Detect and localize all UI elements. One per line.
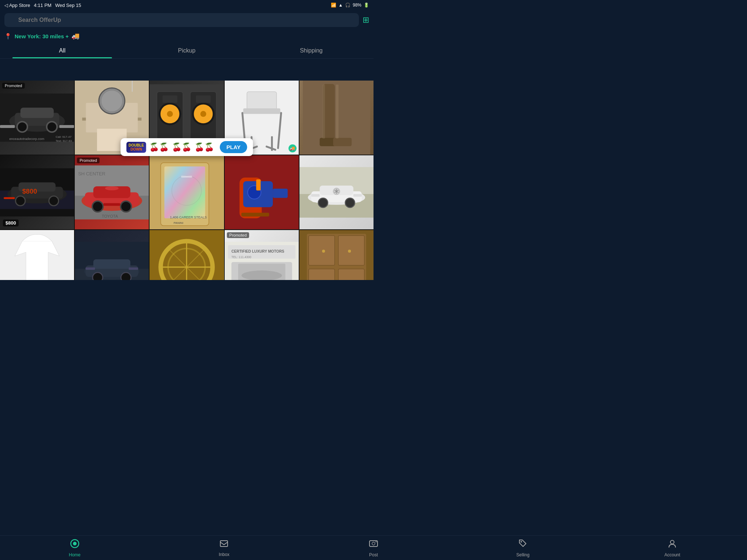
cherry-2: 🍒🍒 — [172, 143, 191, 152]
svg-rect-88 — [311, 194, 320, 197]
listing-item[interactable] — [225, 155, 299, 229]
headphones-icon: 🎧 — [345, 3, 351, 8]
svg-point-22 — [167, 111, 173, 117]
svg-rect-27 — [196, 96, 211, 103]
svg-rect-63 — [104, 203, 120, 206]
svg-rect-96 — [93, 260, 131, 269]
promoted-badge: Promoted — [77, 158, 100, 163]
battery-percent: 98% — [353, 3, 361, 8]
tab-all[interactable]: All — [0, 42, 124, 58]
ad-banner: DOUBLE DOWN 🍒🍒 🍒🍒 🍒🍒 PLAY — [121, 138, 253, 156]
svg-point-26 — [201, 111, 206, 117]
svg-point-4 — [17, 122, 27, 132]
svg-rect-3 — [20, 108, 54, 118]
listing-item[interactable] — [299, 155, 374, 229]
svg-text:TOYOTA: TOYOTA — [102, 214, 118, 218]
tab-pickup[interactable]: Pickup — [124, 42, 249, 58]
svg-rect-44 — [322, 85, 325, 139]
svg-point-61 — [92, 201, 103, 212]
listing-item[interactable] — [299, 81, 374, 155]
listings-grid: enceautotradecorp.com Call: 917-47 Text:… — [0, 81, 374, 280]
battery-icon: 🔋 — [364, 3, 369, 8]
svg-rect-120 — [338, 269, 364, 280]
svg-point-5 — [47, 122, 57, 132]
svg-text:1,406 CAREER STEALS: 1,406 CAREER STEALS — [170, 215, 207, 219]
location-pin-icon: 📍 — [4, 33, 12, 40]
listing-item[interactable]: SH CENTER TOYOTA Promoted — [75, 155, 149, 229]
svg-rect-99 — [86, 268, 95, 270]
grid-toggle-button[interactable]: ⊞ — [363, 15, 369, 25]
wifi-icon: 📶 — [331, 3, 336, 8]
svg-point-85 — [318, 198, 328, 207]
svg-rect-7 — [59, 125, 74, 128]
search-input[interactable] — [4, 13, 359, 27]
status-time: 4:11 PM — [34, 3, 51, 8]
svg-rect-32 — [243, 108, 280, 114]
svg-rect-31 — [247, 92, 276, 110]
promoted-badge: Promoted — [2, 83, 25, 89]
listing-item[interactable]: enceautotradecorp.com Call: 917-47 Text:… — [0, 81, 74, 155]
svg-point-52 — [49, 196, 58, 206]
svg-point-15 — [101, 90, 122, 111]
cherry-1: 🍒🍒 — [149, 143, 169, 152]
svg-rect-6 — [0, 125, 15, 128]
status-date: Wed Sep 15 — [55, 3, 81, 8]
svg-point-86 — [345, 198, 355, 207]
delivery-icon: 🚚 — [71, 32, 80, 40]
svg-rect-76 — [273, 189, 288, 198]
location-icon: ▲ — [338, 3, 343, 8]
svg-rect-117 — [309, 236, 334, 265]
svg-point-62 — [121, 201, 132, 212]
svg-point-64 — [105, 186, 119, 190]
svg-text:CERTIFIED LUXURY MOTORS: CERTIFIED LUXURY MOTORS — [231, 249, 284, 253]
cherry-3: 🍒🍒 — [194, 143, 214, 152]
location-bar[interactable]: 📍 New York: 30 miles + 🚚 — [0, 30, 374, 42]
price-badge: $800 — [3, 219, 19, 226]
svg-rect-78 — [241, 213, 269, 217]
shipping-badge: 🚚 — [289, 144, 297, 152]
svg-rect-119 — [309, 269, 334, 280]
svg-rect-53 — [4, 197, 15, 199]
location-text: New York: 30 miles + — [15, 33, 69, 39]
tabs-container: All Pickup Shipping — [0, 42, 374, 59]
listing-item[interactable] — [150, 230, 224, 280]
svg-text:TEL: 111.4300: TEL: 111.4300 — [231, 255, 251, 259]
svg-text:$800: $800 — [22, 187, 37, 195]
listing-item[interactable] — [0, 230, 74, 280]
svg-text:Text: 917-93: Text: 917-93 — [55, 139, 72, 143]
svg-point-122 — [348, 250, 351, 253]
svg-point-98 — [121, 273, 131, 280]
listing-item[interactable] — [299, 230, 374, 280]
listing-item[interactable]: $800 $800 — [0, 155, 74, 229]
svg-text:PANINI: PANINI — [174, 221, 183, 225]
svg-rect-72 — [181, 176, 192, 178]
search-area: 🔍 ⊞ — [0, 10, 374, 30]
ad-logo: DOUBLE DOWN — [127, 142, 146, 153]
svg-point-51 — [16, 196, 25, 206]
svg-text:Call: 917-47: Call: 917-47 — [55, 135, 71, 139]
svg-rect-118 — [338, 236, 364, 265]
svg-rect-79 — [256, 179, 260, 190]
svg-rect-43 — [333, 138, 352, 146]
listing-item[interactable] — [75, 230, 149, 280]
svg-rect-100 — [129, 268, 138, 270]
svg-text:SH CENTER: SH CENTER — [78, 171, 105, 177]
listing-item[interactable]: 1,406 CAREER STEALS PANINI — [150, 155, 224, 229]
back-to-appstore[interactable]: ◁ App Store — [4, 3, 30, 8]
listing-item[interactable]: CERTIFIED LUXURY MOTORS TEL: 111.4300 Pr… — [225, 230, 299, 280]
promoted-badge: Promoted — [227, 232, 249, 238]
svg-rect-68 — [165, 167, 205, 218]
status-bar: ◁ App Store 4:11 PM Wed Sep 15 📶 ▲ 🎧 98%… — [0, 0, 374, 10]
svg-rect-89 — [353, 194, 362, 197]
svg-rect-23 — [163, 96, 178, 103]
svg-point-121 — [322, 250, 325, 253]
ad-play-button[interactable]: PLAY — [220, 141, 247, 153]
tab-shipping[interactable]: Shipping — [249, 42, 374, 58]
svg-rect-45 — [336, 85, 338, 139]
svg-text:enceautotradecorp.com: enceautotradecorp.com — [9, 137, 44, 141]
svg-point-97 — [93, 273, 103, 280]
